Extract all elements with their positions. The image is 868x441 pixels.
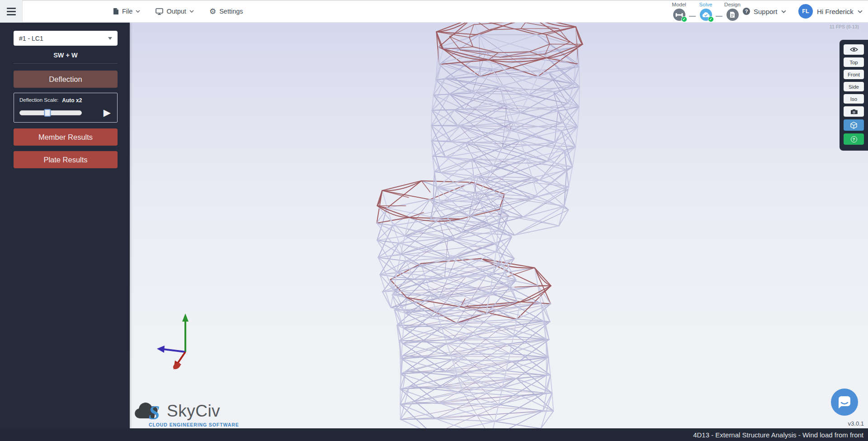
model-viewport[interactable]: 11 FPS (0-13) Top Front Side Iso [130, 23, 868, 428]
file-icon [113, 8, 119, 15]
hamburger-menu-button[interactable] [0, 0, 23, 23]
caret-down-icon [108, 37, 112, 40]
x-axis-arrow [178, 352, 185, 363]
top-header: File Output ⚙ Settings [0, 0, 868, 23]
step-design[interactable]: Design [722, 2, 742, 21]
cube-icon [850, 122, 857, 129]
step-model[interactable]: Model ✓ [669, 2, 689, 21]
member-results-button[interactable]: Member Results [14, 128, 118, 146]
menu-file-label: File [122, 8, 132, 15]
svg-text:S: S [149, 402, 160, 423]
stepper-connector [716, 16, 722, 17]
deflection-scale-value: Auto x2 [62, 97, 82, 104]
logo-title: SkyCiv [167, 402, 220, 421]
view-top-button[interactable]: Top [844, 57, 864, 67]
results-sidebar: #1 - LC1 SW + W Deflection Deflection Sc… [0, 23, 130, 428]
menu-settings-label: Settings [219, 8, 243, 15]
check-badge-icon: ✓ [681, 16, 687, 22]
solve-step-circle[interactable]: ✓ [700, 9, 712, 21]
chat-widget-button[interactable] [831, 389, 858, 416]
stepper-connector [689, 16, 696, 17]
step-design-label: Design [724, 2, 741, 7]
structure-3d-model[interactable] [130, 23, 868, 428]
deflection-scale-label: Deflection Scale: [19, 97, 58, 104]
document-design-icon [730, 11, 735, 18]
plate-results-button[interactable]: Plate Results [14, 151, 118, 168]
axis-triad [157, 304, 220, 377]
load-case-select[interactable]: #1 - LC1 [14, 31, 118, 46]
load-case-selected-value: #1 - LC1 [19, 35, 43, 42]
fps-counter: 11 FPS (0-13) [830, 24, 859, 29]
animate-deflection-button[interactable]: ▶ [103, 108, 112, 118]
eye-icon [850, 47, 858, 52]
chevron-down-icon [136, 10, 140, 13]
gear-icon: ⚙ [209, 8, 216, 15]
check-badge-icon: ✓ [708, 16, 714, 22]
monitor-icon [156, 8, 163, 15]
skyciv-app: File Output ⚙ Settings [0, 0, 868, 441]
user-menu[interactable]: FL Hi Frederick [798, 0, 863, 23]
avatar[interactable]: FL [798, 4, 813, 19]
project-title: 4D13 - External Structure Analysis - Win… [693, 431, 863, 439]
status-bar: 4D13 - External Structure Analysis - Win… [0, 428, 868, 441]
load-combination-label: SW + W [14, 52, 118, 59]
visibility-button[interactable] [844, 44, 864, 55]
help-icon: ? [851, 136, 857, 142]
skyciv-logo: S SkyCiv CLOUD ENGINEERING SOFTWARE [133, 399, 239, 427]
deflection-scale-slider[interactable] [19, 110, 82, 115]
render-mode-button[interactable] [844, 119, 864, 131]
chevron-down-icon [781, 10, 786, 13]
menu-output[interactable]: Output [156, 8, 194, 15]
support-label: Support [754, 8, 778, 15]
model-step-circle[interactable]: ✓ [673, 9, 685, 21]
deflection-scale-panel: Deflection Scale: Auto x2 ▶ [14, 93, 118, 123]
z-axis-arrow [163, 349, 185, 352]
chevron-down-icon [858, 10, 863, 13]
logo-subtitle: CLOUD ENGINEERING SOFTWARE [149, 422, 239, 427]
screenshot-button[interactable] [844, 106, 864, 117]
hamburger-icon [7, 8, 16, 9]
view-iso-button[interactable]: Iso [844, 94, 864, 104]
menu-file[interactable]: File [113, 8, 140, 15]
step-solve[interactable]: Solve ✓ [696, 2, 716, 21]
view-front-button[interactable]: Front [844, 70, 864, 79]
menu-settings[interactable]: ⚙ Settings [209, 8, 243, 15]
question-circle-icon: ? [743, 8, 750, 15]
beam-icon [675, 12, 683, 18]
play-icon: ▶ [104, 107, 111, 118]
chevron-down-icon [189, 10, 194, 13]
skyciv-cloud-icon: S [133, 399, 166, 423]
step-model-label: Model [672, 2, 686, 7]
deflection-button[interactable]: Deflection [14, 71, 118, 88]
support-menu[interactable]: ? Support [743, 0, 786, 23]
view-toolbar: Top Front Side Iso ? [840, 40, 868, 151]
menu-output-label: Output [166, 8, 186, 15]
version-label: v3.0.1 [848, 420, 864, 427]
workflow-stepper: Model ✓ Solve ✓ [669, 2, 742, 21]
view-side-button[interactable]: Side [844, 82, 864, 91]
viewport-help-button[interactable]: ? [844, 133, 864, 145]
step-solve-label: Solve [699, 2, 712, 7]
sidebar-divider [14, 63, 118, 64]
camera-icon [850, 109, 858, 114]
main-menu-bar: File Output ⚙ Settings [113, 0, 243, 23]
slider-handle[interactable] [44, 109, 51, 117]
user-greeting: Hi Frederick [817, 8, 854, 15]
design-step-circle[interactable] [726, 9, 739, 21]
